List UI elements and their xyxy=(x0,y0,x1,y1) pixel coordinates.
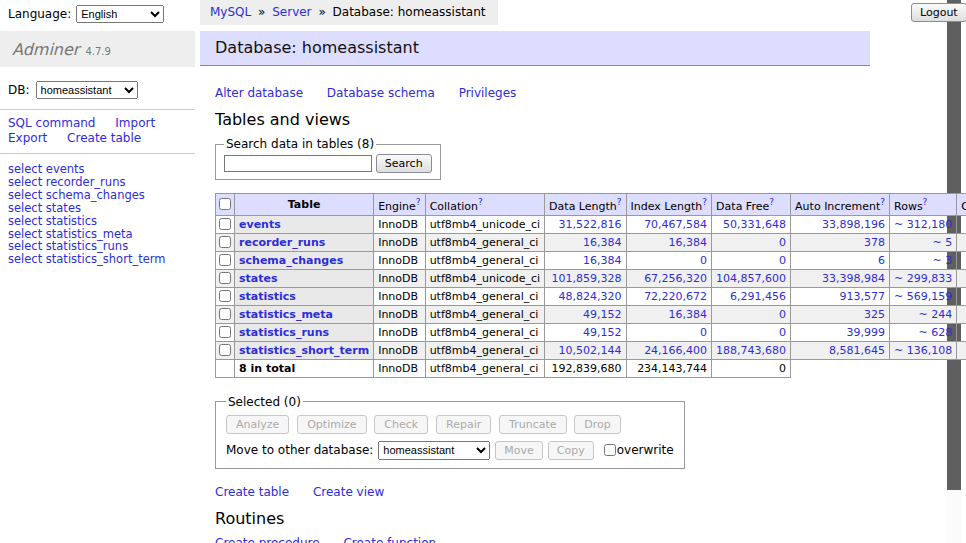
auto-increment-cell: 913,577 xyxy=(791,287,890,305)
comment-cell xyxy=(957,215,966,233)
logout-button[interactable]: Logout xyxy=(911,3,966,22)
search-fieldset: Search data in tables (8) Search xyxy=(215,137,441,180)
index-length-cell: 16,384 xyxy=(626,305,712,323)
table-link[interactable]: statistics_runs xyxy=(239,326,329,339)
language-row: Language: English xyxy=(0,0,195,23)
db-label: DB: xyxy=(8,83,30,97)
data-free-cell: 0 xyxy=(712,323,791,341)
alter-database-link[interactable]: Alter database xyxy=(215,86,303,100)
help-icon[interactable]: ? xyxy=(617,197,622,207)
auto-increment-cell: 8,581,645 xyxy=(791,341,890,359)
search-button[interactable]: Search xyxy=(376,154,432,173)
data-length-cell: 49,152 xyxy=(545,305,626,323)
data-free-cell: 0 xyxy=(712,359,791,377)
table-row: statistics_short_term InnoDB utf8mb4_gen… xyxy=(216,341,966,359)
row-checkbox[interactable] xyxy=(219,218,231,230)
table-link[interactable]: schema_changes xyxy=(239,254,343,267)
sidebar-link-export[interactable]: Export xyxy=(8,131,47,145)
database-schema-link[interactable]: Database schema xyxy=(327,86,435,100)
table-total-row: 8 in total InnoDB utf8mb4_general_ci 192… xyxy=(216,359,966,377)
index-length-cell: 72,220,672 xyxy=(626,287,712,305)
create-procedure-link[interactable]: Create procedure xyxy=(215,536,320,543)
breadcrumb-separator: » xyxy=(258,5,265,19)
move-database-select[interactable]: homeassistant xyxy=(378,441,490,460)
table-row: recorder_runs InnoDB utf8mb4_general_ci … xyxy=(216,233,966,251)
comment-cell xyxy=(957,251,966,269)
collation-cell: utf8mb4_general_ci xyxy=(425,341,544,359)
data-length-cell: 49,152 xyxy=(545,323,626,341)
table-link[interactable]: states xyxy=(239,272,278,285)
truncate-button[interactable]: Truncate xyxy=(499,415,566,434)
repair-button[interactable]: Repair xyxy=(436,415,491,434)
search-legend: Search data in tables (8) xyxy=(224,137,376,151)
sidebar-link-import[interactable]: Import xyxy=(115,116,155,130)
index-length-cell: 0 xyxy=(626,251,712,269)
create-function-link[interactable]: Create function xyxy=(343,536,436,543)
column-header-auto-increment: Auto Increment? xyxy=(791,194,890,216)
row-checkbox[interactable] xyxy=(219,236,231,248)
create-table-link[interactable]: Create table xyxy=(215,485,289,499)
column-header-index-length: Index Length? xyxy=(626,194,712,216)
sidebar-item-select-states[interactable]: select states xyxy=(8,202,195,215)
index-length-cell: 16,384 xyxy=(626,233,712,251)
auto-increment-cell: 6 xyxy=(791,251,890,269)
table-link[interactable]: recorder_runs xyxy=(239,236,325,249)
column-header-data-length: Data Length? xyxy=(545,194,626,216)
comment-cell xyxy=(957,269,966,287)
auto-increment-cell: 33,398,984 xyxy=(791,269,890,287)
breadcrumb-link-mysql[interactable]: MySQL xyxy=(210,5,251,19)
select-all-checkbox[interactable] xyxy=(219,198,231,210)
create-links: Create table Create view xyxy=(215,485,915,499)
db-select[interactable]: homeassistant xyxy=(36,81,138,99)
table-row: schema_changes InnoDB utf8mb4_general_ci… xyxy=(216,251,966,269)
table-link[interactable]: events xyxy=(239,218,281,231)
create-view-link[interactable]: Create view xyxy=(313,485,384,499)
tables-list: Table Engine? Collation? Data Length? In… xyxy=(215,193,966,378)
check-button[interactable]: Check xyxy=(374,415,428,434)
app-name: Adminer xyxy=(12,40,79,59)
overwrite-checkbox[interactable] xyxy=(604,444,616,456)
data-length-cell: 192,839,680 xyxy=(545,359,626,377)
table-row: states InnoDB utf8mb4_unicode_ci 101,859… xyxy=(216,269,966,287)
help-icon[interactable]: ? xyxy=(416,197,421,207)
help-icon[interactable]: ? xyxy=(769,197,774,207)
help-icon[interactable]: ? xyxy=(478,197,483,207)
rows-cell: ~ 244 xyxy=(890,305,957,323)
row-checkbox[interactable] xyxy=(219,344,231,356)
sidebar-link-create-table[interactable]: Create table xyxy=(67,131,141,145)
column-header-collation: Collation? xyxy=(425,194,544,216)
data-free-cell: 188,743,680 xyxy=(712,341,791,359)
move-button[interactable]: Move xyxy=(495,441,543,460)
table-link[interactable]: statistics_meta xyxy=(239,308,333,321)
total-label: 8 in total xyxy=(235,359,374,377)
column-header-engine: Engine? xyxy=(374,194,425,216)
breadcrumb-link-server[interactable]: Server xyxy=(272,5,311,19)
optimize-button[interactable]: Optimize xyxy=(297,415,366,434)
db-selector-row: DB: homeassistant xyxy=(8,81,195,99)
table-link[interactable]: statistics xyxy=(239,290,296,303)
search-input[interactable] xyxy=(224,155,372,172)
engine-cell: InnoDB xyxy=(374,341,425,359)
privileges-link[interactable]: Privileges xyxy=(459,86,517,100)
help-icon[interactable]: ? xyxy=(702,197,707,207)
row-checkbox[interactable] xyxy=(219,272,231,284)
sidebar-link-sql-command[interactable]: SQL command xyxy=(8,116,95,130)
app-logo: Adminer 4.7.9 xyxy=(0,31,195,67)
table-link[interactable]: statistics_short_term xyxy=(239,344,369,357)
row-checkbox[interactable] xyxy=(219,254,231,266)
help-icon[interactable]: ? xyxy=(923,197,928,207)
engine-cell: InnoDB xyxy=(374,215,425,233)
sidebar-item-select-recorder-runs[interactable]: select recorder_runs xyxy=(8,176,195,189)
drop-button[interactable]: Drop xyxy=(574,415,620,434)
sidebar-item-select-statistics-short-term[interactable]: select statistics_short_term xyxy=(8,253,195,266)
row-checkbox[interactable] xyxy=(219,326,231,338)
help-icon[interactable]: ? xyxy=(880,197,885,207)
sidebar-item-select-schema-changes[interactable]: select schema_changes xyxy=(8,189,195,202)
sidebar-item-select-statistics[interactable]: select statistics xyxy=(8,215,195,228)
analyze-button[interactable]: Analyze xyxy=(226,415,289,434)
copy-button[interactable]: Copy xyxy=(548,441,594,460)
language-select[interactable]: English xyxy=(76,5,164,23)
row-checkbox[interactable] xyxy=(219,308,231,320)
row-checkbox[interactable] xyxy=(219,290,231,302)
sidebar-item-select-events[interactable]: select events xyxy=(8,163,195,176)
